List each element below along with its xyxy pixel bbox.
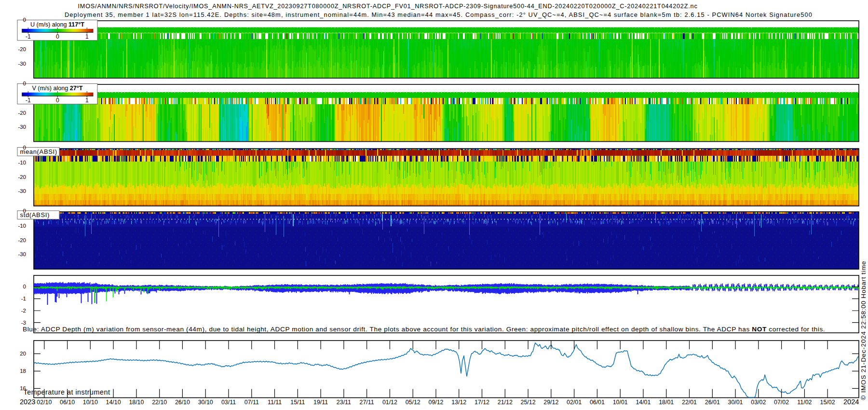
- svg-text:Temperature at instrument: Temperature at instrument: [24, 388, 110, 396]
- svg-text:22/10: 22/10: [152, 399, 167, 406]
- svg-text:02/01: 02/01: [567, 399, 582, 406]
- svg-text:10/10: 10/10: [83, 399, 98, 406]
- svg-text:-20: -20: [18, 174, 26, 180]
- svg-text:30/01: 30/01: [728, 399, 743, 406]
- svg-text:0: 0: [23, 17, 26, 23]
- svg-text:-3: -3: [21, 320, 26, 326]
- svg-text:10/01: 10/01: [613, 399, 628, 406]
- svg-text:1: 1: [85, 33, 89, 40]
- svg-text:14/01: 14/01: [636, 399, 651, 406]
- svg-text:-20: -20: [18, 110, 26, 116]
- svg-text:30/10: 30/10: [198, 399, 213, 406]
- svg-text:V (m/s) along 27°T: V (m/s) along 27°T: [32, 85, 82, 92]
- svg-text:07/02: 07/02: [774, 399, 789, 406]
- svg-text:-1: -1: [21, 296, 26, 301]
- svg-text:11/02: 11/02: [797, 399, 812, 406]
- svg-text:25/12: 25/12: [521, 399, 536, 406]
- svg-text:03/11: 03/11: [221, 399, 236, 406]
- svg-text:-30: -30: [18, 251, 26, 257]
- svg-text:Deployment 35, member 1 lat=32: Deployment 35, member 1 lat=32S lon=115.…: [65, 11, 813, 18]
- svg-text:-20: -20: [18, 237, 26, 243]
- svg-text:03/02: 03/02: [751, 399, 766, 406]
- svg-text:Blue: ADCP Depth (m) variation: Blue: ADCP Depth (m) variation from sens…: [23, 326, 825, 333]
- svg-text:17/12: 17/12: [475, 399, 489, 406]
- svg-text:07/11: 07/11: [244, 399, 259, 406]
- svg-text:-1: -1: [26, 33, 31, 40]
- svg-text:06/10: 06/10: [60, 399, 75, 406]
- svg-text:0: 0: [56, 97, 59, 104]
- svg-text:-30: -30: [18, 61, 26, 67]
- svg-text:14/10: 14/10: [106, 399, 121, 406]
- svg-text:09/12: 09/12: [428, 399, 443, 406]
- svg-text:05/12: 05/12: [406, 399, 420, 406]
- svg-text:© IMOS 21-Dec-2024 22:58:00 Ho: © IMOS 21-Dec-2024 22:58:00 Hobart time: [860, 261, 867, 400]
- svg-text:2023: 2023: [20, 398, 35, 406]
- svg-text:-10: -10: [18, 160, 26, 165]
- svg-text:2024: 2024: [843, 398, 859, 406]
- svg-text:26/10: 26/10: [175, 399, 190, 406]
- svg-text:-30: -30: [18, 188, 26, 194]
- svg-text:01/12: 01/12: [382, 399, 397, 406]
- svg-text:-2: -2: [21, 308, 26, 314]
- svg-text:0: 0: [23, 145, 26, 150]
- svg-text:26/01: 26/01: [705, 399, 720, 406]
- svg-text:29/12: 29/12: [543, 399, 558, 406]
- svg-text:18/10: 18/10: [129, 399, 144, 406]
- svg-text:0: 0: [23, 284, 26, 289]
- svg-text:19/11: 19/11: [313, 399, 328, 406]
- svg-text:-1: -1: [26, 97, 31, 104]
- svg-text:23/11: 23/11: [337, 399, 351, 406]
- svg-text:13/12: 13/12: [451, 399, 466, 406]
- svg-text:02/10: 02/10: [37, 399, 52, 406]
- svg-text:15/02: 15/02: [820, 399, 835, 406]
- svg-text:0: 0: [56, 33, 59, 40]
- svg-text:U (m/s) along 117°T: U (m/s) along 117°T: [30, 21, 84, 28]
- svg-text:27/11: 27/11: [360, 399, 374, 406]
- svg-text:06/01: 06/01: [590, 399, 605, 406]
- svg-text:18/01: 18/01: [659, 399, 674, 406]
- svg-text:0: 0: [23, 81, 26, 86]
- svg-text:1: 1: [85, 97, 89, 104]
- svg-text:-10: -10: [18, 223, 26, 229]
- svg-text:15/11: 15/11: [290, 399, 305, 406]
- svg-text:11/11: 11/11: [268, 399, 282, 406]
- svg-text:22/01: 22/01: [682, 399, 697, 406]
- svg-text:20: 20: [20, 351, 26, 356]
- svg-text:18: 18: [20, 368, 26, 374]
- svg-text:IMOS/ANMN/NRS/NRSROT/Velocity/: IMOS/ANMN/NRS/NRSROT/Velocity/IMOS_ANMN-…: [78, 3, 698, 10]
- svg-text:-30: -30: [18, 124, 26, 130]
- svg-text:-20: -20: [18, 46, 26, 52]
- svg-text:21/12: 21/12: [498, 399, 513, 406]
- svg-text:0: 0: [23, 208, 26, 214]
